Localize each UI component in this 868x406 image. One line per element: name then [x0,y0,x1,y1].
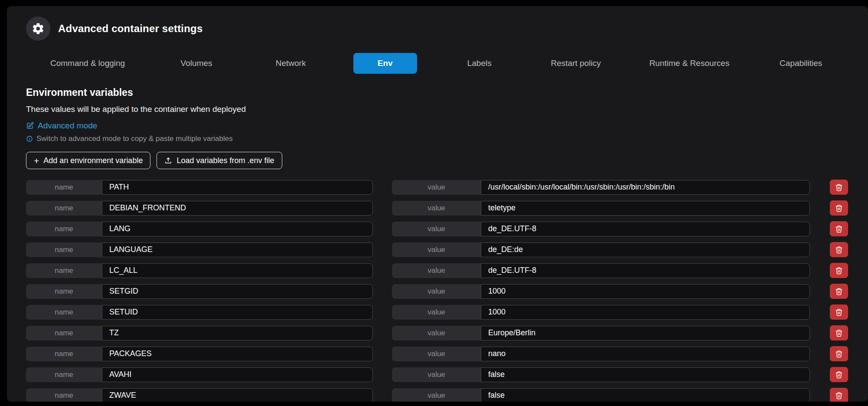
env-value-input[interactable] [481,347,810,361]
env-name-input[interactable] [102,347,373,361]
trash-icon [835,204,843,212]
env-actions: + Add an environment variable Load varia… [26,152,848,169]
tab-network[interactable]: Network [251,53,330,74]
name-addon-label: name [26,305,102,320]
env-value-input[interactable] [481,222,810,236]
add-variable-button-label: Add an environment variable [43,156,143,165]
trash-icon [835,329,843,337]
tab-cell: Capabilities [754,53,848,74]
env-var-row: name value [26,200,848,216]
plus-icon: + [34,156,39,165]
env-name-group: name [26,347,373,361]
trash-icon [835,288,843,295]
env-var-row: name value [26,304,848,320]
tab-cell: Restart policy [527,53,625,74]
value-addon-label: value [392,326,481,341]
env-value-group: value [392,284,810,299]
env-value-input[interactable] [481,367,810,382]
env-name-input[interactable] [102,367,373,382]
delete-variable-button[interactable] [830,304,848,320]
tab-cell: Env [338,53,432,74]
delete-variable-button[interactable] [830,325,848,341]
delete-variable-button[interactable] [830,388,848,402]
panel-header: Advanced container settings [26,16,848,41]
env-name-input[interactable] [102,284,373,299]
env-value-input[interactable] [481,388,810,402]
value-addon-label: value [392,201,481,216]
advanced-container-settings-panel: Advanced container settings Command & lo… [7,6,868,402]
tab-env[interactable]: Env [353,53,417,74]
env-value-input[interactable] [481,180,810,195]
value-addon-label: value [392,222,481,236]
env-name-input[interactable] [102,180,373,195]
value-addon-label: value [392,180,481,195]
delete-variable-button[interactable] [830,346,848,361]
env-value-input[interactable] [481,263,810,278]
tab-command-logging[interactable]: Command & logging [26,53,149,74]
env-var-row: name value [26,388,848,402]
env-value-input[interactable] [481,284,810,299]
trash-icon [835,183,843,191]
delete-variable-button[interactable] [830,367,848,382]
name-addon-label: name [26,242,102,257]
delete-variable-button[interactable] [830,180,848,195]
name-addon-label: name [26,326,102,341]
env-value-group: value [392,263,810,278]
env-value-group: value [392,347,810,361]
env-value-group: value [392,201,810,216]
section-subtitle: These values will be applied to the cont… [26,105,848,114]
env-name-input[interactable] [102,326,373,341]
advanced-mode-hint-text: Switch to advanced mode to copy & paste … [36,134,233,143]
section-title: Environment variables [26,87,848,98]
page-title: Advanced container settings [58,23,202,35]
value-addon-label: value [392,263,481,278]
env-value-group: value [392,305,810,320]
name-addon-label: name [26,388,102,402]
env-var-row: name value [26,263,848,278]
value-addon-label: value [392,388,481,402]
gear-icon-glyph [32,22,45,35]
env-name-input[interactable] [102,242,373,257]
tab-restart-policy[interactable]: Restart policy [527,53,625,74]
tab-runtime-resources[interactable]: Runtime & Resources [625,53,754,74]
trash-icon [835,246,843,254]
env-value-input[interactable] [481,305,810,320]
value-addon-label: value [392,242,481,257]
value-addon-label: value [392,305,481,320]
name-addon-label: name [26,263,102,278]
advanced-mode-link[interactable]: Advanced mode [26,121,97,131]
env-value-input[interactable] [481,242,810,257]
env-name-group: name [26,242,373,257]
env-value-group: value [392,326,810,341]
env-value-group: value [392,180,810,195]
env-name-input[interactable] [102,263,373,278]
tab-bar: Command & logging Volumes Network Env La… [26,53,848,74]
env-name-group: name [26,326,373,341]
tab-capabilities[interactable]: Capabilities [755,53,846,74]
env-name-group: name [26,367,373,382]
delete-variable-button[interactable] [830,242,848,257]
tab-labels[interactable]: Labels [443,53,516,74]
env-var-row: name value [26,221,848,236]
env-value-input[interactable] [481,326,810,341]
delete-variable-button[interactable] [830,263,848,278]
env-name-input[interactable] [102,305,373,320]
tab-volumes[interactable]: Volumes [157,53,237,74]
add-variable-button[interactable]: + Add an environment variable [26,152,150,169]
upload-icon [164,157,172,164]
env-name-input[interactable] [102,222,373,236]
env-name-input[interactable] [102,388,373,402]
name-addon-label: name [26,180,102,195]
value-addon-label: value [392,284,481,299]
env-value-input[interactable] [481,201,810,216]
delete-variable-button[interactable] [830,221,848,236]
delete-variable-button[interactable] [830,200,848,216]
env-name-input[interactable] [102,201,373,216]
env-name-group: name [26,180,373,195]
trash-icon [835,392,843,399]
load-env-file-button[interactable]: Load variables from .env file [157,152,282,169]
advanced-mode-link-label: Advanced mode [38,121,97,131]
name-addon-label: name [26,284,102,299]
env-name-group: name [26,284,373,299]
delete-variable-button[interactable] [830,284,848,299]
